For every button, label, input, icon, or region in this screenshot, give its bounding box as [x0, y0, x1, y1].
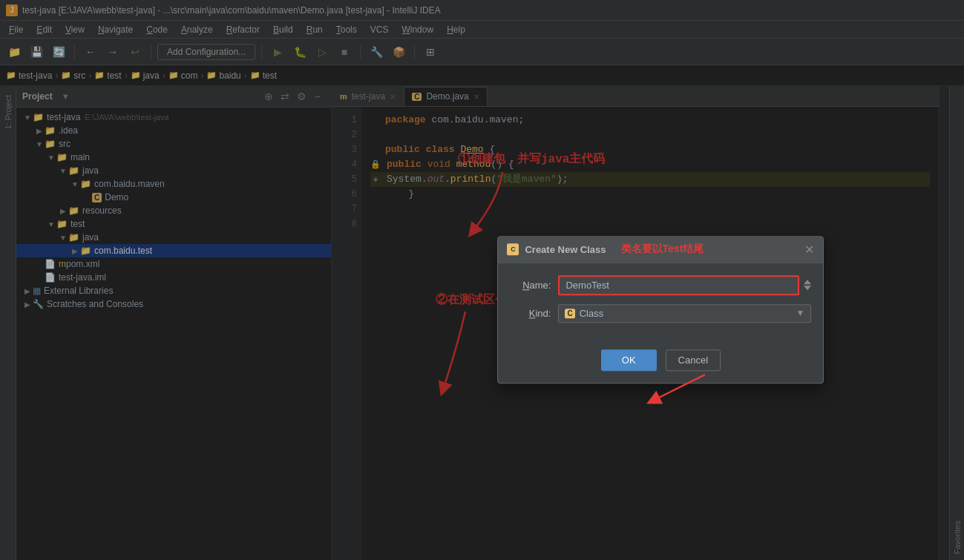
dialog-title-text: Create New Class [525, 244, 606, 255]
dialog-close-button[interactable]: ✕ [804, 243, 814, 257]
sort-down-icon[interactable] [804, 286, 811, 290]
dialog-footer: OK Cancel [498, 343, 823, 383]
dialog-kind-display[interactable]: C Class ▼ [558, 304, 811, 323]
dialog-title-icon: C [507, 243, 519, 255]
dialog-cancel-button[interactable]: Cancel [666, 349, 721, 371]
dialog-name-row: Name: [510, 275, 811, 295]
dialog-kind-select-wrapper: C Class ▼ [558, 304, 811, 323]
dialog-kind-label: Kind: [510, 308, 551, 319]
kind-dropdown-arrow: ▼ [796, 308, 805, 318]
kind-class-icon: C [565, 309, 574, 318]
sort-up-icon[interactable] [804, 280, 811, 284]
dialog-ok-button[interactable]: OK [601, 349, 657, 371]
dialog-body: Name: Kind: C Class ▼ [498, 263, 823, 343]
dialog-title-bar: C Create New Class 类名要以Test结尾 ✕ [498, 237, 823, 263]
dialog-name-input[interactable] [558, 275, 799, 295]
class-name-tip: 类名要以Test结尾 [621, 243, 805, 256]
dialog-name-input-wrapper [558, 275, 811, 295]
dialog-sort-buttons[interactable] [804, 280, 811, 290]
dialog-name-label: Name: [510, 280, 551, 291]
dialog-kind-row: Kind: C Class ▼ [510, 304, 811, 323]
create-new-class-dialog: C Create New Class 类名要以Test结尾 ✕ Name: Ki… [497, 236, 824, 383]
dialog-kind-value: Class [580, 308, 604, 319]
